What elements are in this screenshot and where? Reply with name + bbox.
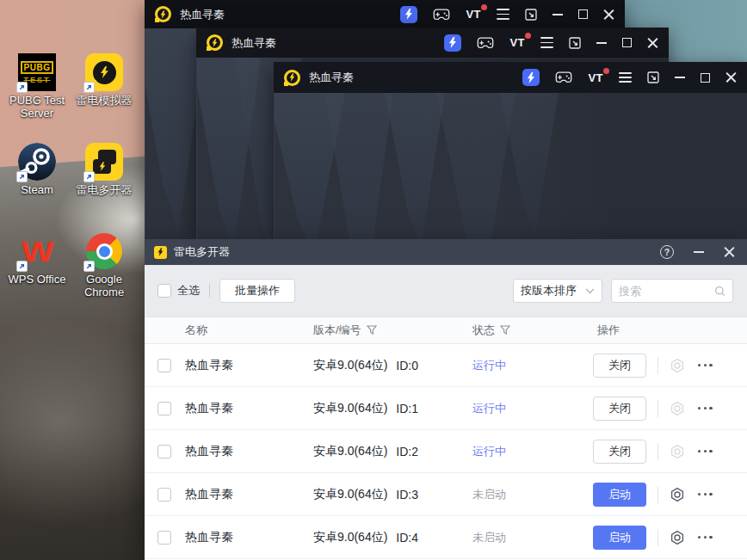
desktop-icon-label: 雷电多开器 bbox=[77, 184, 133, 197]
pubg-badge-text: PUBG bbox=[21, 61, 54, 74]
help-icon[interactable]: ? bbox=[660, 245, 674, 259]
settings-gear-icon[interactable] bbox=[670, 444, 685, 459]
boost-lightning-icon[interactable] bbox=[522, 69, 540, 86]
instance-id: ID:2 bbox=[396, 445, 418, 458]
table-row: 热血寻秦 安卓9.0(64位)ID:0 运行中 关闭 bbox=[145, 344, 747, 387]
table-row: 热血寻秦 安卓9.0(64位)ID:1 运行中 关闭 bbox=[145, 387, 747, 430]
menu-icon[interactable] bbox=[619, 72, 632, 83]
popout-icon[interactable] bbox=[647, 71, 659, 83]
ldplayer-logo-icon bbox=[155, 6, 171, 22]
shortcut-arrow-icon bbox=[83, 171, 95, 182]
desktop-icon-grid: PUBG TEST PUBG Test Server 雷电模拟器 bbox=[3, 52, 138, 320]
desktop-icon-label: Google Chrome bbox=[71, 274, 138, 299]
boost-lightning-icon[interactable] bbox=[400, 6, 417, 23]
close-icon[interactable] bbox=[725, 72, 737, 83]
maximize-icon[interactable] bbox=[622, 38, 632, 47]
maximize-icon[interactable] bbox=[578, 9, 588, 19]
close-icon[interactable] bbox=[647, 37, 658, 48]
desktop-icon-steam[interactable]: Steam bbox=[3, 141, 71, 231]
filter-funnel-icon[interactable] bbox=[500, 325, 510, 335]
search-box bbox=[611, 279, 733, 303]
row-checkbox[interactable] bbox=[157, 531, 171, 545]
minimize-icon[interactable] bbox=[694, 251, 704, 253]
close-icon[interactable] bbox=[724, 247, 735, 258]
stop-button[interactable]: 关闭 bbox=[593, 397, 646, 421]
ops-divider bbox=[657, 443, 658, 460]
popout-icon[interactable] bbox=[569, 37, 581, 49]
shortcut-arrow-icon bbox=[83, 261, 95, 272]
header-name: 名称 bbox=[171, 323, 313, 338]
header-status: 状态 bbox=[472, 323, 495, 338]
ldplayer-logo-icon bbox=[284, 70, 300, 86]
chevron-down-icon bbox=[585, 288, 595, 294]
settings-gear-icon[interactable] bbox=[670, 487, 685, 502]
instance-id: ID:0 bbox=[396, 359, 418, 372]
popout-icon[interactable] bbox=[525, 9, 537, 21]
batch-operations-button[interactable]: 批量操作 bbox=[219, 279, 295, 303]
shortcut-arrow-icon bbox=[16, 261, 28, 272]
manager-titlebar[interactable]: 雷电多开器 ? bbox=[145, 239, 747, 265]
emulator-titlebar[interactable]: 热血寻秦 VT bbox=[196, 28, 669, 58]
menu-icon[interactable] bbox=[540, 37, 553, 47]
stop-button[interactable]: 关闭 bbox=[593, 440, 646, 464]
vt-alert-dot bbox=[603, 68, 609, 74]
more-options-icon[interactable] bbox=[698, 493, 713, 495]
instance-name: 热血寻秦 bbox=[171, 487, 313, 502]
minimize-icon[interactable] bbox=[553, 14, 563, 15]
instance-version: 安卓9.0(64位) bbox=[313, 530, 387, 545]
shortcut-arrow-icon bbox=[16, 171, 28, 182]
gamepad-icon[interactable] bbox=[477, 37, 494, 49]
search-input[interactable] bbox=[619, 285, 714, 298]
row-checkbox[interactable] bbox=[157, 445, 171, 458]
instance-version: 安卓9.0(64位) bbox=[313, 401, 387, 416]
row-checkbox[interactable] bbox=[157, 488, 171, 502]
ops-divider bbox=[657, 400, 658, 417]
instance-name: 热血寻秦 bbox=[171, 401, 313, 416]
gamepad-icon[interactable] bbox=[555, 71, 572, 83]
emulator-titlebar[interactable]: 热血寻秦 VT bbox=[145, 0, 625, 28]
row-checkbox[interactable] bbox=[157, 359, 171, 372]
shortcut-arrow-icon bbox=[83, 82, 95, 93]
row-checkbox[interactable] bbox=[157, 402, 171, 415]
desktop-icon-ldplayer[interactable]: 雷电模拟器 bbox=[71, 52, 138, 141]
instance-id: ID:3 bbox=[396, 488, 418, 502]
select-all-checkbox[interactable] bbox=[157, 284, 171, 298]
stop-button[interactable]: 关闭 bbox=[593, 354, 646, 378]
start-button[interactable]: 启动 bbox=[593, 526, 646, 550]
boost-lightning-icon[interactable] bbox=[444, 34, 461, 52]
more-options-icon[interactable] bbox=[698, 407, 713, 409]
gamepad-icon[interactable] bbox=[433, 9, 450, 21]
more-options-icon[interactable] bbox=[698, 364, 713, 366]
emulator-titlebar[interactable]: 热血寻秦 VT bbox=[274, 62, 747, 93]
sort-dropdown[interactable]: 按版本排序 bbox=[513, 279, 602, 303]
desktop-icon-label: WPS Office bbox=[9, 274, 66, 286]
window-title: 热血寻秦 bbox=[232, 35, 444, 51]
settings-gear-icon[interactable] bbox=[670, 358, 685, 373]
window-title: 热血寻秦 bbox=[180, 7, 400, 22]
vt-badge[interactable]: VT bbox=[509, 36, 525, 49]
settings-gear-icon[interactable] bbox=[670, 401, 685, 416]
menu-icon[interactable] bbox=[497, 9, 509, 19]
settings-gear-icon[interactable] bbox=[670, 530, 685, 545]
vt-badge[interactable]: VT bbox=[588, 71, 603, 84]
header-version: 版本/编号 bbox=[313, 323, 361, 338]
vt-alert-dot bbox=[481, 4, 487, 10]
desktop-icon-wps[interactable]: W WPS Office bbox=[3, 231, 71, 320]
minimize-icon[interactable] bbox=[675, 77, 685, 78]
desktop-icon-chrome[interactable]: Google Chrome bbox=[71, 231, 138, 320]
shortcut-arrow-icon bbox=[16, 82, 28, 93]
more-options-icon[interactable] bbox=[698, 536, 713, 538]
desktop-icon-pubg-test-server[interactable]: PUBG TEST PUBG Test Server bbox=[3, 52, 71, 141]
vt-badge[interactable]: VT bbox=[466, 8, 481, 21]
ops-divider bbox=[657, 529, 658, 546]
emulator-window-3: 热血寻秦 VT bbox=[274, 62, 747, 239]
status-badge: 运行中 bbox=[472, 401, 506, 416]
filter-funnel-icon[interactable] bbox=[367, 325, 377, 335]
maximize-icon[interactable] bbox=[701, 73, 710, 83]
desktop-icon-ld-multi[interactable]: 雷电多开器 bbox=[71, 141, 138, 231]
minimize-icon[interactable] bbox=[596, 42, 607, 44]
start-button[interactable]: 启动 bbox=[593, 483, 646, 507]
close-icon[interactable] bbox=[603, 9, 614, 20]
instance-name: 热血寻秦 bbox=[171, 530, 313, 545]
more-options-icon[interactable] bbox=[698, 450, 713, 452]
